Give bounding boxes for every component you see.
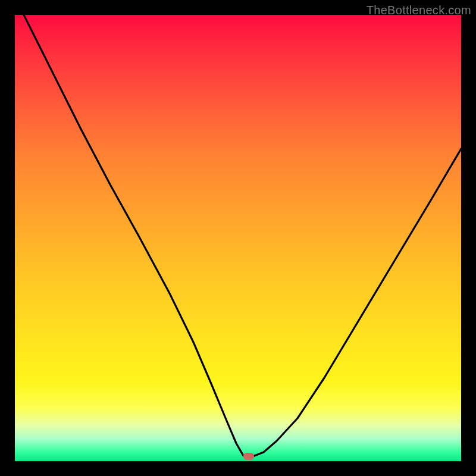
- chart-frame: TheBottleneck.com: [0, 0, 476, 476]
- chart-plot-area: [15, 15, 461, 461]
- bottleneck-curve: [15, 15, 461, 461]
- optimal-point-marker: [243, 453, 254, 460]
- watermark-text: TheBottleneck.com: [367, 4, 471, 17]
